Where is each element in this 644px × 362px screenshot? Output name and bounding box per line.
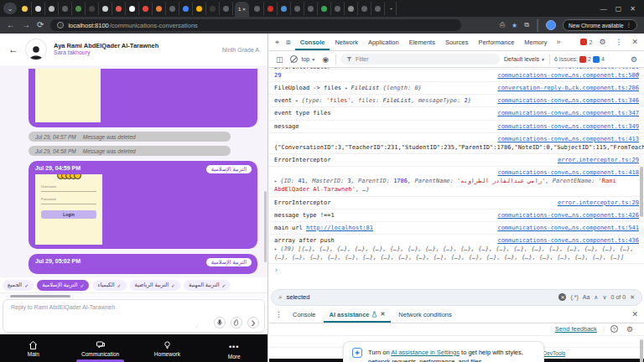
console-row[interactable]: communications-conve…ns.component.ts:349… bbox=[269, 121, 644, 133]
browser-tab[interactable] bbox=[153, 2, 166, 15]
console-source-link[interactable]: communications-conve…ns.component.ts:541 bbox=[497, 224, 639, 232]
ai-settings-link[interactable]: AI assistance in Settings bbox=[391, 349, 460, 356]
attachment-button[interactable] bbox=[231, 317, 242, 328]
subject-chip-1[interactable]: التربية الإسلامية✓ bbox=[37, 280, 89, 291]
extensions-icon[interactable]: ⧉ bbox=[524, 21, 529, 29]
console-row[interactable]: communications-conve…ns.component.ts:346… bbox=[269, 95, 644, 107]
devtools-tab-memory[interactable]: Memory bbox=[519, 34, 552, 50]
browser-tab[interactable] bbox=[304, 2, 318, 15]
save-icon[interactable]: ⎙ bbox=[500, 21, 505, 29]
chips-horizontal-scrollbar[interactable] bbox=[0, 292, 267, 298]
console-source-link[interactable]: communications-conve…ns.component.ts:436 bbox=[497, 236, 639, 245]
console-settings-icon[interactable]: ⚙ bbox=[628, 55, 640, 64]
devtools-tab-sources[interactable]: Sources bbox=[440, 34, 474, 50]
devtools-tab-application[interactable]: Application bbox=[363, 34, 404, 50]
console-row[interactable]: communications-conve…ns.component.ts:541… bbox=[269, 222, 644, 235]
drawer-tab-ai-assistance[interactable]: AI assistance ✕ bbox=[324, 307, 392, 323]
window-close-button[interactable]: ✕ bbox=[630, 5, 636, 13]
reply-box[interactable]: Reply to Rami AbdElQader Al-Tarawneh ⟋ › bbox=[3, 299, 265, 333]
console-source-link[interactable]: error.interceptor.ts:29 bbox=[558, 199, 639, 207]
browser-tab[interactable] bbox=[264, 2, 278, 15]
subject-chip-3[interactable]: التربية الرياضية✓ bbox=[130, 280, 181, 291]
console-sidebar-icon[interactable]: ◫ bbox=[273, 55, 286, 64]
message-list[interactable]: Jul 29, 04:57 PM Message was deleted Jul… bbox=[0, 65, 267, 277]
console-row[interactable]: conversation-reply-b…ck.component.ts:286… bbox=[269, 82, 644, 95]
forward-button[interactable]: → bbox=[22, 21, 30, 29]
console-row[interactable]: communications-conve…ns.component.ts:413… bbox=[269, 133, 644, 154]
console-source-link[interactable]: conversation-reply-b…ck.component.ts:286 bbox=[497, 84, 639, 92]
eye-icon[interactable]: ◉ bbox=[319, 55, 331, 64]
console-source-link[interactable]: communications-conve…ns.component.ts:349 bbox=[497, 122, 639, 131]
log-levels-selector[interactable]: Default levels ▼ bbox=[504, 56, 545, 62]
regex-toggle[interactable]: (.*) bbox=[570, 294, 578, 300]
console-prompt[interactable]: › bbox=[269, 264, 644, 277]
browser-tab[interactable] bbox=[318, 2, 331, 15]
browser-tab[interactable] bbox=[193, 2, 206, 15]
browser-tab[interactable] bbox=[220, 2, 233, 15]
console-scrollbar[interactable] bbox=[640, 167, 643, 217]
scroll-up-arrow[interactable]: ▲ bbox=[636, 70, 642, 75]
address-bar[interactable]: i localhost:8100/communications-conversa… bbox=[50, 19, 461, 31]
browser-tab[interactable] bbox=[291, 2, 304, 15]
ai-panel-scrollbar[interactable] bbox=[640, 339, 643, 362]
browser-tab[interactable] bbox=[345, 2, 358, 15]
site-info-icon[interactable]: i bbox=[57, 22, 64, 28]
browser-tab[interactable] bbox=[358, 2, 371, 15]
browser-tab[interactable] bbox=[86, 2, 99, 15]
console-filter-input[interactable]: Filter bbox=[340, 54, 500, 65]
tab-search-button[interactable]: ⌄ bbox=[3, 3, 17, 14]
help-icon[interactable]: ? bbox=[610, 325, 618, 333]
browser-tab[interactable] bbox=[371, 2, 385, 15]
console-source-link[interactable]: communications-conve…ns.component.ts:418 bbox=[274, 168, 639, 177]
browser-tab[interactable] bbox=[139, 2, 153, 15]
nav-item-main[interactable]: Main bbox=[0, 334, 67, 362]
context-selector[interactable]: top ▼ bbox=[302, 56, 316, 62]
subject-chip-0[interactable]: الجميع✓ bbox=[3, 280, 34, 291]
inspect-element-icon[interactable]: ⌖ bbox=[273, 38, 282, 47]
devtools-tab-network[interactable]: Network bbox=[330, 34, 363, 50]
console-row[interactable]: error.interceptor.ts:29ErrorInterceptor bbox=[269, 197, 644, 209]
console-row[interactable]: communications-conve…ns.component.ts:500… bbox=[269, 70, 644, 82]
console-source-link[interactable]: communications-conve…ns.component.ts:500 bbox=[497, 71, 639, 80]
clear-search-icon[interactable]: ✕ bbox=[558, 293, 566, 301]
browser-tab[interactable] bbox=[278, 2, 291, 15]
issues-counter[interactable]: 6 Issues: 2 4 bbox=[554, 56, 605, 63]
message-bubble[interactable]: Jul 29, 05:02 PM التربية الإسلامية bbox=[29, 254, 257, 274]
message-bubble-image[interactable] bbox=[29, 69, 257, 127]
microphone-button[interactable] bbox=[214, 317, 226, 328]
console-source-link[interactable]: communications-conve…ns.component.ts:346 bbox=[497, 96, 639, 105]
console-row[interactable]: communications-conve…ns.component.ts:426… bbox=[269, 209, 644, 222]
scrollbar-thumb[interactable] bbox=[10, 295, 70, 297]
new-chrome-button[interactable]: New Chrome available ⋮ bbox=[563, 19, 637, 31]
ai-settings-icon[interactable]: ⚙ bbox=[624, 325, 636, 334]
subject-chip-4[interactable]: التربية المهنية✓ bbox=[184, 280, 231, 291]
browser-tab[interactable] bbox=[32, 2, 45, 15]
browser-tab[interactable] bbox=[72, 2, 86, 15]
browser-tab[interactable] bbox=[126, 2, 139, 15]
browser-tab[interactable] bbox=[179, 2, 193, 15]
devtools-tab-performance[interactable]: Performance bbox=[473, 34, 519, 50]
more-panels-icon[interactable]: » bbox=[553, 38, 563, 46]
browser-tab[interactable] bbox=[112, 2, 126, 15]
console-log[interactable]: error.interceptor.ts:29ErrorInterceptorc… bbox=[269, 68, 644, 288]
subject-chip-2[interactable]: الكيمياء✓ bbox=[92, 280, 126, 291]
console-row[interactable]: communications-conve…ns.component.ts:418… bbox=[269, 167, 644, 196]
search-input[interactable]: selected bbox=[286, 293, 554, 301]
bookmark-star-icon[interactable]: ★ bbox=[512, 22, 517, 29]
resize-handle[interactable]: ⟋ bbox=[195, 324, 199, 330]
browser-tab[interactable] bbox=[18, 2, 32, 15]
teacher-name[interactable]: Sara fakhoury bbox=[54, 49, 158, 57]
browser-tab[interactable] bbox=[206, 2, 220, 15]
drawer-tab-console[interactable]: Console bbox=[287, 307, 322, 323]
send-button[interactable]: › bbox=[247, 317, 259, 328]
close-ai-tab-icon[interactable]: ✕ bbox=[380, 311, 385, 318]
new-tab-button[interactable]: + bbox=[387, 2, 397, 15]
browser-tab[interactable] bbox=[166, 2, 179, 15]
chrome-menu-icon[interactable]: ⋮ bbox=[626, 22, 632, 28]
console-source-link[interactable]: communications-conve…ns.component.ts:413 bbox=[497, 135, 639, 143]
console-row[interactable]: communications-conve…ns.component.ts:347… bbox=[269, 107, 644, 120]
profile-avatar[interactable] bbox=[546, 20, 556, 30]
device-toolbar-icon[interactable]: ⧈ bbox=[283, 38, 293, 47]
message-bubble-login-screenshot[interactable]: Jul 29, 04:59 PM التربية الإسلامية Usern… bbox=[29, 161, 257, 249]
nav-item-communication[interactable]: Communication bbox=[67, 334, 134, 362]
